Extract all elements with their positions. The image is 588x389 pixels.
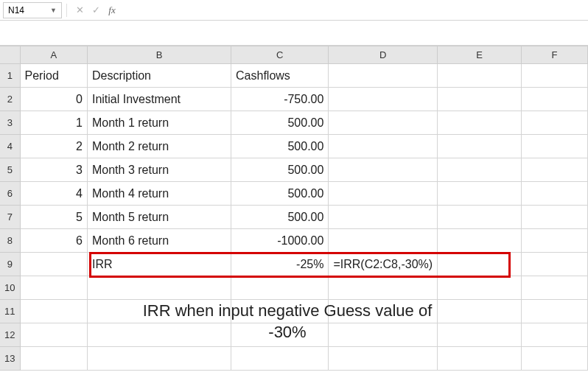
- cell-D5[interactable]: [329, 158, 438, 182]
- cell-D7[interactable]: [329, 206, 438, 229]
- cell-C1[interactable]: Cashflows: [231, 64, 329, 88]
- cell-F13[interactable]: [522, 347, 588, 371]
- cell-E12[interactable]: [438, 323, 522, 347]
- cell-E5[interactable]: [438, 158, 522, 182]
- cell-B4[interactable]: Month 2 return: [87, 135, 231, 158]
- table-row[interactable]: 1PeriodDescriptionCashflows: [0, 64, 588, 88]
- chevron-down-icon[interactable]: ▼: [50, 7, 57, 14]
- cell-F10[interactable]: [522, 276, 588, 300]
- cell-A11[interactable]: [20, 300, 87, 323]
- cancel-icon[interactable]: ✕: [71, 2, 88, 18]
- cell-C2[interactable]: -750.00: [231, 88, 329, 111]
- cell-C11[interactable]: [231, 300, 329, 323]
- cell-B7[interactable]: Month 5 return: [87, 206, 231, 229]
- cell-C6[interactable]: 500.00: [231, 182, 329, 206]
- cell-C8[interactable]: -1000.00: [231, 229, 329, 253]
- row-header[interactable]: 5: [0, 158, 20, 182]
- cell-A8[interactable]: 6: [20, 229, 87, 253]
- cell-A13[interactable]: [20, 347, 87, 371]
- cell-A3[interactable]: 1: [20, 111, 87, 135]
- cell-E6[interactable]: [438, 182, 522, 206]
- grid[interactable]: A B C D E F 1PeriodDescriptionCashflows2…: [0, 46, 588, 371]
- cell-A5[interactable]: 3: [20, 158, 87, 182]
- cell-E7[interactable]: [438, 206, 522, 229]
- row-header[interactable]: 11: [0, 300, 20, 323]
- cell-D13[interactable]: [329, 347, 438, 371]
- row-header[interactable]: 1: [0, 64, 20, 88]
- cell-F3[interactable]: [522, 111, 588, 135]
- cell-F1[interactable]: [522, 64, 588, 88]
- cell-D4[interactable]: [329, 135, 438, 158]
- select-all-corner[interactable]: [0, 46, 20, 64]
- cell-D6[interactable]: [329, 182, 438, 206]
- cell-F12[interactable]: [522, 323, 588, 347]
- cell-C9[interactable]: -25%: [231, 253, 329, 276]
- cell-E10[interactable]: [438, 276, 522, 300]
- cell-D8[interactable]: [329, 229, 438, 253]
- col-header-B[interactable]: B: [87, 46, 231, 64]
- cell-B1[interactable]: Description: [87, 64, 231, 88]
- cell-C3[interactable]: 500.00: [231, 111, 329, 135]
- table-row[interactable]: 13: [0, 347, 588, 371]
- row-header[interactable]: 12: [0, 323, 20, 347]
- cell-E2[interactable]: [438, 88, 522, 111]
- cell-F9[interactable]: [522, 253, 588, 276]
- cell-A2[interactable]: 0: [20, 88, 87, 111]
- table-row[interactable]: 53Month 3 return500.00: [0, 158, 588, 182]
- table-row[interactable]: 12: [0, 323, 588, 347]
- row-header[interactable]: 3: [0, 111, 20, 135]
- row-header[interactable]: 4: [0, 135, 20, 158]
- table-row[interactable]: 9IRR-25%=IRR(C2:C8,-30%): [0, 253, 588, 276]
- col-header-C[interactable]: C: [231, 46, 329, 64]
- cell-B8[interactable]: Month 6 return: [87, 229, 231, 253]
- column-headers[interactable]: A B C D E F: [0, 46, 588, 64]
- cell-E3[interactable]: [438, 111, 522, 135]
- cell-A7[interactable]: 5: [20, 206, 87, 229]
- confirm-icon[interactable]: ✓: [88, 2, 104, 18]
- cell-C10[interactable]: [231, 276, 329, 300]
- row-header[interactable]: 8: [0, 229, 20, 253]
- fx-icon[interactable]: fx: [104, 2, 120, 18]
- row-header[interactable]: 2: [0, 88, 20, 111]
- cell-D12[interactable]: [329, 323, 438, 347]
- cell-E4[interactable]: [438, 135, 522, 158]
- cell-F7[interactable]: [522, 206, 588, 229]
- table-row[interactable]: 10: [0, 276, 588, 300]
- table-row[interactable]: 42Month 2 return500.00: [0, 135, 588, 158]
- cell-F6[interactable]: [522, 182, 588, 206]
- cell-B9[interactable]: IRR: [87, 253, 231, 276]
- cell-A1[interactable]: Period: [20, 64, 87, 88]
- row-header[interactable]: 7: [0, 206, 20, 229]
- cell-F2[interactable]: [522, 88, 588, 111]
- cell-B11[interactable]: [87, 300, 231, 323]
- table-row[interactable]: 86Month 6 return-1000.00: [0, 229, 588, 253]
- row-header[interactable]: 6: [0, 182, 20, 206]
- cell-B12[interactable]: [87, 323, 231, 347]
- table-row[interactable]: 31Month 1 return500.00: [0, 111, 588, 135]
- name-box[interactable]: N14 ▼: [3, 2, 62, 18]
- cell-A4[interactable]: 2: [20, 135, 87, 158]
- cell-A12[interactable]: [20, 323, 87, 347]
- cell-E9[interactable]: [438, 253, 522, 276]
- cell-B6[interactable]: Month 4 return: [87, 182, 231, 206]
- cell-D3[interactable]: [329, 111, 438, 135]
- cell-D9[interactable]: =IRR(C2:C8,-30%): [329, 253, 438, 276]
- row-header[interactable]: 9: [0, 253, 20, 276]
- cell-B13[interactable]: [87, 347, 231, 371]
- table-row[interactable]: 64Month 4 return500.00: [0, 182, 588, 206]
- table-row[interactable]: 11: [0, 300, 588, 323]
- cell-D11[interactable]: [329, 300, 438, 323]
- cell-F8[interactable]: [522, 229, 588, 253]
- col-header-D[interactable]: D: [329, 46, 438, 64]
- cell-D10[interactable]: [329, 276, 438, 300]
- cell-A9[interactable]: [20, 253, 87, 276]
- cell-B2[interactable]: Initial Investment: [87, 88, 231, 111]
- cell-F4[interactable]: [522, 135, 588, 158]
- cell-F11[interactable]: [522, 300, 588, 323]
- cell-C7[interactable]: 500.00: [231, 206, 329, 229]
- cell-B3[interactable]: Month 1 return: [87, 111, 231, 135]
- cell-C5[interactable]: 500.00: [231, 158, 329, 182]
- row-header[interactable]: 13: [0, 347, 20, 371]
- cell-E13[interactable]: [438, 347, 522, 371]
- cell-C4[interactable]: 500.00: [231, 135, 329, 158]
